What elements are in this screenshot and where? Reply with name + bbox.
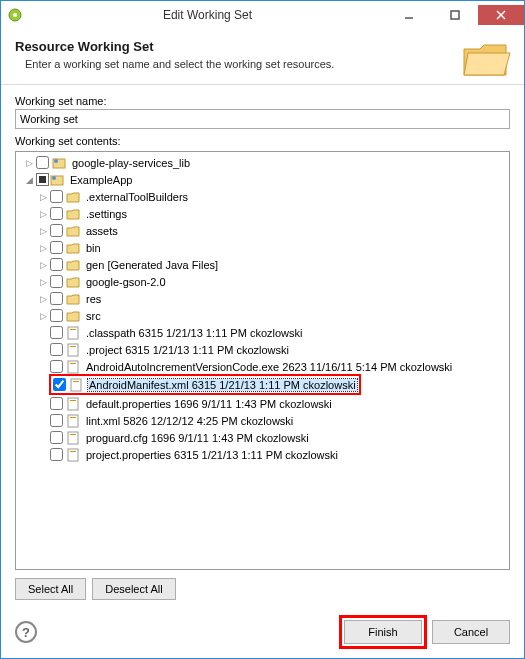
expand-icon[interactable]: ▷ [36,243,50,253]
window-title: Edit Working Set [29,8,386,22]
tree-item-folder[interactable]: ▷src [16,307,509,324]
tree-checkbox[interactable] [36,156,49,169]
svg-point-7 [54,159,58,163]
svg-rect-13 [70,346,76,347]
finish-button[interactable]: Finish [344,620,422,644]
folder-icon [65,308,81,324]
tree-item-folder[interactable]: ▷res [16,290,509,307]
header-subtitle: Enter a working set name and select the … [15,58,510,70]
svg-rect-24 [68,449,78,461]
tree-checkbox[interactable] [50,241,63,254]
expand-icon[interactable]: ▷ [36,192,50,202]
tree-item-file[interactable]: project.properties 6315 1/21/13 1:11 PM … [16,446,509,463]
name-label: Working set name: [15,95,510,107]
collapse-icon[interactable]: ◢ [22,175,36,185]
tree-item-folder[interactable]: ▷bin [16,239,509,256]
tree-item-folder[interactable]: ▷gen [Generated Java Files] [16,256,509,273]
folder-large-icon [458,35,514,83]
svg-rect-12 [68,344,78,356]
tree-checkbox[interactable] [50,224,63,237]
tree-item-exampleapp[interactable]: ◢ ExampleApp [16,171,509,188]
folder-icon [65,274,81,290]
tree-item-file[interactable]: proguard.cfg 1696 9/1/11 1:43 PM ckozlow… [16,429,509,446]
expand-icon[interactable]: ▷ [36,311,50,321]
dialog-footer: ? Finish Cancel [1,610,524,658]
tree-checkbox[interactable] [50,448,63,461]
svg-point-9 [52,176,56,180]
maximize-button[interactable] [432,5,478,25]
tree-item-file[interactable]: .classpath 6315 1/21/13 1:11 PM ckozlows… [16,324,509,341]
file-icon [65,396,81,412]
close-button[interactable] [478,5,524,25]
folder-icon [65,257,81,273]
tree-item-folder[interactable]: ▷assets [16,222,509,239]
tree-checkbox[interactable] [50,414,63,427]
selection-buttons: Select All Deselect All [15,578,510,600]
svg-rect-14 [68,361,78,373]
project-icon [51,155,67,171]
expand-icon[interactable]: ▷ [36,209,50,219]
tree-item-file[interactable]: .project 6315 1/21/13 1:11 PM ckozlowski [16,341,509,358]
svg-rect-10 [68,327,78,339]
minimize-button[interactable] [386,5,432,25]
tree-item-folder[interactable]: ▷.settings [16,205,509,222]
select-all-button[interactable]: Select All [15,578,86,600]
tree-checkbox[interactable] [50,431,63,444]
file-icon [65,413,81,429]
svg-rect-17 [73,381,79,382]
file-icon [65,447,81,463]
app-icon [7,7,23,23]
tree-checkbox[interactable] [50,207,63,220]
tree-item-android-manifest[interactable]: AndroidManifest.xml 6315 1/21/13 1:11 PM… [53,376,357,393]
tree-checkbox[interactable] [50,258,63,271]
cancel-button[interactable]: Cancel [432,620,510,644]
tree-checkbox[interactable] [50,360,63,373]
expand-icon[interactable]: ▷ [36,260,50,270]
folder-icon [65,206,81,222]
tree-item-folder[interactable]: ▷.externalToolBuilders [16,188,509,205]
tree-checkbox[interactable] [50,190,63,203]
svg-rect-16 [71,379,81,391]
tree-item-file[interactable]: default.properties 1696 9/1/11 1:43 PM c… [16,395,509,412]
contents-tree[interactable]: ▷ google-play-services_lib ◢ ExampleApp … [15,151,510,570]
expand-icon[interactable]: ▷ [36,294,50,304]
titlebar: Edit Working Set [1,1,524,29]
header-title: Resource Working Set [15,39,510,54]
expand-icon[interactable]: ▷ [22,158,36,168]
tree-checkbox[interactable] [50,397,63,410]
file-icon [65,325,81,341]
svg-rect-18 [68,398,78,410]
svg-rect-15 [70,363,76,364]
folder-icon [65,291,81,307]
file-icon [65,342,81,358]
folder-icon [65,189,81,205]
tree-checkbox[interactable] [50,326,63,339]
contents-label: Working set contents: [15,135,510,147]
expand-icon[interactable]: ▷ [36,226,50,236]
dialog-window: Edit Working Set Resource Working Set En… [0,0,525,659]
deselect-all-button[interactable]: Deselect All [92,578,175,600]
svg-rect-19 [70,400,76,401]
dialog-header: Resource Working Set Enter a working set… [1,29,524,85]
tree-checkbox[interactable] [50,309,63,322]
file-icon [65,359,81,375]
tree-checkbox[interactable] [53,378,66,391]
tree-checkbox-indeterminate[interactable] [36,173,49,186]
svg-rect-23 [70,434,76,435]
help-icon[interactable]: ? [15,621,37,643]
svg-rect-3 [451,11,459,19]
tree-item-file[interactable]: AndroidAutoIncrementVersionCode.exe 2623… [16,358,509,375]
tree-item-google-play[interactable]: ▷ google-play-services_lib [16,154,509,171]
svg-rect-11 [70,329,76,330]
svg-rect-20 [68,415,78,427]
expand-icon[interactable]: ▷ [36,277,50,287]
tree-checkbox[interactable] [50,292,63,305]
tree-item-file[interactable]: lint.xml 5826 12/12/12 4:25 PM ckozlowsk… [16,412,509,429]
tree-checkbox[interactable] [50,343,63,356]
svg-point-1 [13,13,17,17]
folder-icon [65,240,81,256]
working-set-name-input[interactable] [15,109,510,129]
tree-checkbox[interactable] [50,275,63,288]
tree-item-folder[interactable]: ▷google-gson-2.0 [16,273,509,290]
project-icon [49,172,65,188]
